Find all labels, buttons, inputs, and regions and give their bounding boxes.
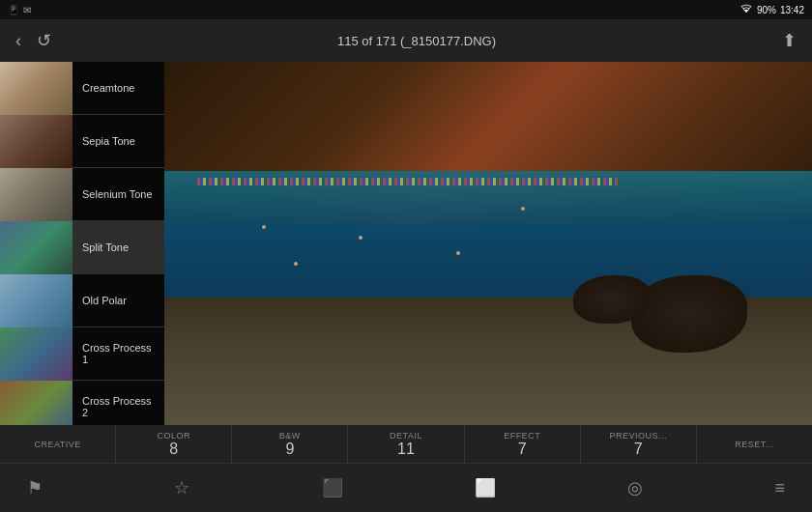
- tab-label-bw: B&W: [279, 431, 301, 441]
- presets-column: CreamtoneSepia ToneSelenium ToneSplit To…: [72, 62, 164, 425]
- beach-scene: [164, 62, 812, 425]
- status-right: 90% 13:42: [740, 4, 804, 15]
- tab-reset[interactable]: RESET...: [697, 425, 812, 463]
- tab-creative[interactable]: CREATIVE: [0, 425, 116, 463]
- top-toolbar: ‹ ↺ 115 of 171 (_8150177.DNG) ⬆: [0, 19, 812, 62]
- preset-item-splittone[interactable]: Split Tone: [72, 221, 164, 274]
- person-dot: [456, 251, 460, 255]
- thumb-seleniumtone[interactable]: [0, 168, 72, 221]
- tab-previous[interactable]: PREVIOUS...7: [581, 425, 697, 463]
- tab-value-effect: 7: [518, 441, 527, 458]
- status-left: 📱 ✉: [8, 5, 31, 15]
- thumb-crossprocess1[interactable]: [0, 327, 72, 381]
- tab-bw[interactable]: B&W9: [232, 425, 348, 463]
- main-image: [164, 62, 812, 425]
- tab-value-previous: 7: [634, 441, 643, 458]
- person-dot: [262, 225, 266, 229]
- tab-value-detail: 11: [397, 441, 415, 458]
- share-button[interactable]: ⬆: [778, 26, 800, 55]
- undo-button[interactable]: ↺: [33, 26, 55, 55]
- preset-item-sepiatone[interactable]: Sepia Tone: [72, 115, 164, 168]
- preset-item-creamtone[interactable]: Creamtone: [72, 62, 164, 115]
- thumb-crossprocess2[interactable]: [0, 381, 72, 425]
- rocks-area: [631, 275, 747, 353]
- preset-item-crossprocess2[interactable]: Cross Process 2: [72, 381, 164, 425]
- thumb-creamtone[interactable]: [0, 62, 72, 115]
- left-panel: CreamtoneSepia ToneSelenium ToneSplit To…: [0, 62, 164, 425]
- tab-label-previous: PREVIOUS...: [610, 431, 668, 441]
- star-button[interactable]: ☆: [166, 469, 197, 506]
- preset-item-crossprocess1[interactable]: Cross Process 1: [72, 327, 164, 381]
- flag-button[interactable]: ⚑: [19, 469, 50, 506]
- preset-item-seleniumtone[interactable]: Selenium Tone: [72, 168, 164, 221]
- tab-label-reset: RESET...: [735, 440, 774, 449]
- time-text: 13:42: [780, 5, 804, 15]
- preset-item-oldpolar[interactable]: Old Polar: [72, 274, 164, 327]
- person-dot: [294, 262, 298, 266]
- wifi-icon: [740, 4, 753, 15]
- tab-label-effect: EFFECT: [504, 431, 540, 441]
- image-title: 115 of 171 (_8150177.DNG): [337, 34, 496, 48]
- tab-label-detail: DETAIL: [390, 431, 422, 441]
- status-bar: 📱 ✉ 90% 13:42: [0, 0, 812, 19]
- adjust-button[interactable]: ≡: [767, 470, 793, 506]
- tab-detail[interactable]: DETAIL11: [348, 425, 464, 463]
- thumb-oldpolar[interactable]: [0, 274, 72, 327]
- battery-text: 90%: [757, 5, 776, 15]
- thumbnails-column: [0, 62, 72, 425]
- beach-crowd: [197, 178, 619, 185]
- tab-label-color: COLOR: [157, 431, 190, 441]
- rocks-secondary: [573, 275, 651, 324]
- tab-value-color: 8: [169, 441, 178, 458]
- tab-value-bw: 9: [285, 441, 294, 458]
- tab-color[interactable]: COLOR8: [116, 425, 232, 463]
- thumb-splittone[interactable]: [0, 221, 72, 274]
- tab-label-creative: CREATIVE: [34, 440, 80, 449]
- bottom-icons: ⚑☆⬛⬜◎≡: [0, 464, 812, 512]
- monitor-button[interactable]: ⬛: [314, 469, 351, 506]
- back-button[interactable]: ‹: [12, 27, 25, 55]
- tab-effect[interactable]: EFFECT7: [465, 425, 581, 463]
- mail-icon: ✉: [23, 5, 31, 15]
- person-dot: [521, 207, 525, 211]
- crop-button[interactable]: ⬜: [467, 469, 504, 506]
- bottom-toolbar: CREATIVECOLOR8B&W9DETAIL11EFFECT7PREVIOU…: [0, 425, 812, 512]
- app-icon: 📱: [8, 5, 19, 15]
- heal-button[interactable]: ◎: [620, 469, 651, 506]
- bottom-tabs: CREATIVECOLOR8B&W9DETAIL11EFFECT7PREVIOU…: [0, 425, 812, 464]
- thumb-sepiatone[interactable]: [0, 115, 72, 168]
